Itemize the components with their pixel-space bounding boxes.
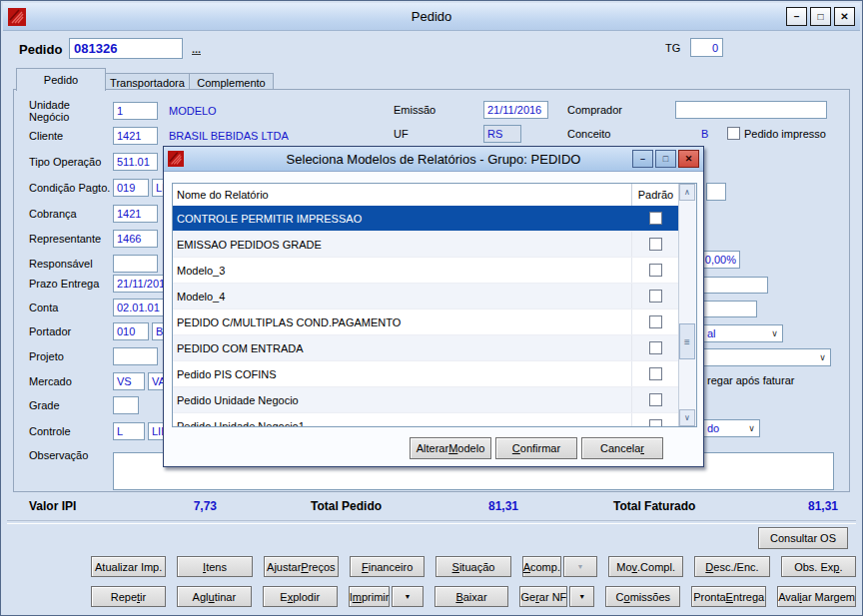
scroll-down-icon[interactable]: ∨ bbox=[679, 409, 695, 426]
title-bar: Pedido – □ ✕ bbox=[3, 3, 860, 31]
representante-input[interactable]: 1466 bbox=[113, 230, 158, 248]
prazo-entrega-label: Prazo Entrega bbox=[29, 278, 113, 290]
representante-label: Representante bbox=[29, 233, 113, 245]
acomp-button[interactable]: Acomp. bbox=[522, 556, 561, 577]
explodir-button[interactable]: Explodir bbox=[263, 586, 338, 607]
consultar-os-button[interactable]: Consultar OS bbox=[758, 527, 848, 549]
dialog-close-button[interactable]: ✕ bbox=[678, 150, 699, 168]
uf-label: UF bbox=[394, 128, 409, 140]
action-row-2: Repetir Aglutinar Explodir Imprimir▼ Bai… bbox=[91, 586, 856, 607]
cliente-input[interactable]: 1421 bbox=[113, 127, 158, 145]
controle-label: Controle bbox=[29, 425, 113, 437]
report-row[interactable]: Modelo_4 bbox=[173, 284, 679, 309]
padrao-checkbox[interactable] bbox=[649, 419, 662, 426]
form-row: Unidade Negócio 1 MODELO bbox=[29, 102, 217, 120]
tipo-operacao-input[interactable]: 511.01 bbox=[113, 153, 158, 171]
emissao-input[interactable]: 21/11/2016 bbox=[483, 101, 548, 119]
padrao-checkbox[interactable] bbox=[649, 290, 662, 303]
report-row[interactable]: PEDIDO COM ENTRADA bbox=[173, 335, 679, 361]
report-list-header: Nome do Relatório Padrão bbox=[173, 184, 679, 207]
unidade-negocio-label: Unidade Negócio bbox=[29, 99, 113, 123]
financeiro-button[interactable]: Financeiro bbox=[350, 556, 425, 577]
report-row[interactable]: Modelo_3 bbox=[173, 258, 679, 284]
report-list: Nome do Relatório Padrão CONTROLE PERMIT… bbox=[172, 183, 697, 427]
close-button[interactable]: ✕ bbox=[834, 7, 855, 26]
form-row: Grade bbox=[29, 396, 139, 414]
scrollbar-thumb[interactable]: ≡ bbox=[679, 323, 695, 359]
padrao-checkbox[interactable] bbox=[649, 367, 662, 380]
report-row[interactable]: CONTROLE PERMITIR IMPRESSAO bbox=[173, 206, 679, 232]
cliente-desc: BRASIL BEBIDAS LTDA bbox=[169, 130, 289, 142]
padrao-checkbox[interactable] bbox=[649, 393, 662, 406]
gerar-nf-button[interactable]: Gerar NF bbox=[519, 586, 567, 607]
comprador-label: Comprador bbox=[567, 104, 622, 116]
pedido-number-input[interactable]: 081326 bbox=[69, 38, 183, 59]
dialog-minimize-button[interactable]: – bbox=[632, 150, 653, 168]
maximize-button[interactable]: □ bbox=[810, 7, 831, 26]
browse-ellipsis-button[interactable]: ... bbox=[192, 45, 201, 55]
responsavel-input[interactable] bbox=[113, 255, 158, 273]
report-row[interactable]: Pedido Unidade Negocio1 bbox=[173, 413, 679, 426]
unidade-negocio-input[interactable]: 1 bbox=[113, 102, 158, 120]
grade-input[interactable] bbox=[113, 396, 139, 414]
condicao-pagto-label: Condição Pagto. bbox=[29, 182, 113, 194]
minimize-button[interactable]: – bbox=[786, 7, 807, 26]
itens-button[interactable]: Itens bbox=[177, 556, 252, 577]
uf-input[interactable]: RS bbox=[483, 125, 521, 143]
form-row: Projeto bbox=[29, 347, 158, 365]
mercado-label: Mercado bbox=[29, 375, 113, 387]
entregar-apos-faturar-label: regar após faturar bbox=[707, 374, 794, 386]
condicao-pagto-input[interactable]: 019 bbox=[113, 179, 149, 197]
responsavel-label: Responsável bbox=[29, 258, 113, 270]
cobranca-input[interactable]: 1421 bbox=[113, 205, 158, 223]
total-pedido-value: 81,31 bbox=[450, 499, 518, 513]
controle-input[interactable]: L bbox=[113, 422, 145, 440]
separator bbox=[7, 520, 856, 524]
report-row[interactable]: EMISSAO PEDIDOS GRADE bbox=[173, 232, 679, 258]
obs-exp-button[interactable]: Obs. Exp. bbox=[781, 556, 856, 577]
report-row[interactable]: PEDIDO C/MULTIPLAS COND.PAGAMENTO bbox=[173, 309, 679, 335]
clipped-field-stub[interactable] bbox=[706, 183, 726, 201]
form-row: Responsável bbox=[29, 255, 158, 273]
padrao-checkbox[interactable] bbox=[649, 341, 662, 354]
gerar-nf-dropdown-arrow-icon[interactable]: ▼ bbox=[569, 586, 594, 607]
baixar-button[interactable]: Baixar bbox=[434, 586, 509, 607]
aglutinar-button[interactable]: Aglutinar bbox=[177, 586, 252, 607]
report-row[interactable]: Pedido PIS COFINS bbox=[173, 361, 679, 387]
report-row[interactable]: Pedido Unidade Negocio bbox=[173, 387, 679, 413]
alterar-modelo-button[interactable]: Alterar Modelo bbox=[410, 437, 491, 459]
repetir-button[interactable]: Repetir bbox=[91, 586, 166, 607]
scroll-up-icon[interactable]: ∧ bbox=[679, 184, 695, 201]
projeto-input[interactable] bbox=[113, 347, 158, 365]
confirmar-button[interactable]: Confirmar bbox=[495, 437, 577, 459]
ajustar-precos-button[interactable]: Ajustar Preços bbox=[264, 556, 339, 577]
comissoes-button[interactable]: Comissões bbox=[605, 586, 680, 607]
total-faturado-label: Total Faturado bbox=[613, 499, 695, 513]
tab-pedido[interactable]: Pedido bbox=[16, 68, 106, 91]
situacao-button[interactable]: Situação bbox=[435, 556, 510, 577]
chevron-down-icon: ∨ bbox=[767, 328, 782, 338]
imprimir-dropdown-arrow-icon[interactable]: ▼ bbox=[392, 586, 423, 607]
pedido-impresso-checkbox[interactable] bbox=[727, 127, 740, 140]
mercado-input[interactable]: VS bbox=[113, 372, 145, 390]
portador-input[interactable]: 010 bbox=[113, 322, 149, 340]
tg-input[interactable]: 0 bbox=[690, 38, 723, 57]
padrao-checkbox[interactable] bbox=[649, 238, 662, 251]
column-nome-relatorio: Nome do Relatório bbox=[173, 184, 632, 206]
dialog-maximize-button[interactable]: □ bbox=[655, 150, 676, 168]
padrao-checkbox[interactable] bbox=[649, 315, 662, 328]
pronta-entrega-button[interactable]: Pronta Entrega bbox=[691, 586, 766, 607]
comprador-input[interactable] bbox=[675, 101, 827, 119]
cancelar-button[interactable]: Cancelar bbox=[581, 437, 663, 459]
mov-compl-button[interactable]: Mov.Compl. bbox=[608, 556, 683, 577]
conceito-value: B bbox=[701, 128, 708, 140]
cliente-label: Cliente bbox=[29, 130, 113, 142]
desc-enc-button[interactable]: Desc./Enc. bbox=[694, 556, 769, 577]
padrao-checkbox[interactable] bbox=[649, 212, 662, 225]
atualizar-imp-button[interactable]: Atualizar Imp. bbox=[91, 556, 166, 577]
padrao-checkbox[interactable] bbox=[649, 264, 662, 277]
unidade-negocio-desc: MODELO bbox=[169, 105, 217, 117]
imprimir-button[interactable]: Imprimir bbox=[349, 586, 391, 607]
avaliar-margem-button[interactable]: Avaliar Margem bbox=[777, 586, 856, 607]
report-scrollbar[interactable]: ∧ ≡ ∨ bbox=[678, 184, 696, 426]
